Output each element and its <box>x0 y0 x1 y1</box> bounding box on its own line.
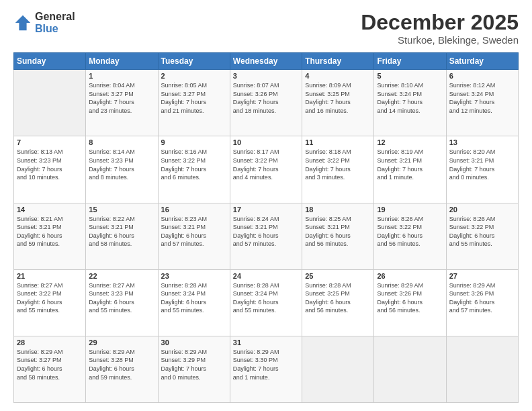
table-cell: 13Sunrise: 8:20 AM Sunset: 3:21 PM Dayli… <box>446 136 518 203</box>
calendar-header-row: Sunday Monday Tuesday Wednesday Thursday… <box>14 53 519 70</box>
day-info: Sunrise: 8:05 AM Sunset: 3:27 PM Dayligh… <box>161 81 227 115</box>
logo-text: General Blue <box>35 11 75 34</box>
header: General Blue December 2025 Sturkoe, Blek… <box>13 11 519 46</box>
day-number: 10 <box>233 138 299 146</box>
day-number: 5 <box>377 72 443 80</box>
day-number: 16 <box>161 205 227 214</box>
table-cell: 27Sunrise: 8:29 AM Sunset: 3:26 PM Dayli… <box>446 269 518 336</box>
table-cell: 14Sunrise: 8:21 AM Sunset: 3:21 PM Dayli… <box>14 203 86 269</box>
day-info: Sunrise: 8:14 AM Sunset: 3:23 PM Dayligh… <box>89 148 154 181</box>
day-number: 19 <box>377 205 443 214</box>
day-info: Sunrise: 8:29 AM Sunset: 3:27 PM Dayligh… <box>17 348 83 381</box>
day-info: Sunrise: 8:10 AM Sunset: 3:24 PM Dayligh… <box>377 81 443 115</box>
day-info: Sunrise: 8:25 AM Sunset: 3:21 PM Dayligh… <box>305 215 371 248</box>
day-number: 14 <box>17 205 83 214</box>
week-row-2: 7Sunrise: 8:13 AM Sunset: 3:23 PM Daylig… <box>14 136 519 203</box>
month-title: December 2025 <box>361 11 519 34</box>
logo-general: General <box>35 11 75 23</box>
table-cell: 25Sunrise: 8:28 AM Sunset: 3:25 PM Dayli… <box>302 269 374 336</box>
day-number: 31 <box>233 338 299 347</box>
day-number: 7 <box>17 138 83 146</box>
table-cell: 15Sunrise: 8:22 AM Sunset: 3:21 PM Dayli… <box>86 203 158 269</box>
table-cell <box>374 336 446 402</box>
table-cell: 31Sunrise: 8:29 AM Sunset: 3:30 PM Dayli… <box>230 336 302 402</box>
table-cell: 7Sunrise: 8:13 AM Sunset: 3:23 PM Daylig… <box>14 136 86 203</box>
day-number: 25 <box>305 272 371 280</box>
day-number: 28 <box>17 338 83 347</box>
table-cell: 5Sunrise: 8:10 AM Sunset: 3:24 PM Daylig… <box>374 70 446 136</box>
table-cell <box>302 336 374 402</box>
col-thursday: Thursday <box>302 53 374 70</box>
col-wednesday: Wednesday <box>230 53 302 70</box>
day-info: Sunrise: 8:13 AM Sunset: 3:23 PM Dayligh… <box>17 148 83 181</box>
table-cell: 8Sunrise: 8:14 AM Sunset: 3:23 PM Daylig… <box>86 136 158 203</box>
day-number: 8 <box>89 138 154 146</box>
day-info: Sunrise: 8:26 AM Sunset: 3:22 PM Dayligh… <box>377 215 443 248</box>
table-cell: 28Sunrise: 8:29 AM Sunset: 3:27 PM Dayli… <box>14 336 86 402</box>
logo-blue: Blue <box>35 23 75 35</box>
day-number: 20 <box>449 205 515 214</box>
logo: General Blue <box>13 11 75 34</box>
day-info: Sunrise: 8:28 AM Sunset: 3:24 PM Dayligh… <box>161 281 227 315</box>
day-number: 12 <box>377 138 443 146</box>
day-info: Sunrise: 8:28 AM Sunset: 3:24 PM Dayligh… <box>233 281 299 315</box>
day-number: 13 <box>449 138 515 146</box>
col-sunday: Sunday <box>14 53 86 70</box>
day-info: Sunrise: 8:26 AM Sunset: 3:22 PM Dayligh… <box>449 215 515 248</box>
title-block: December 2025 Sturkoe, Blekinge, Sweden <box>361 11 519 46</box>
table-cell: 6Sunrise: 8:12 AM Sunset: 3:24 PM Daylig… <box>446 70 518 136</box>
logo-icon <box>13 13 32 32</box>
day-number: 1 <box>89 72 154 80</box>
day-number: 4 <box>305 72 371 80</box>
day-info: Sunrise: 8:04 AM Sunset: 3:27 PM Dayligh… <box>89 81 154 115</box>
location-subtitle: Sturkoe, Blekinge, Sweden <box>361 34 519 46</box>
week-row-5: 28Sunrise: 8:29 AM Sunset: 3:27 PM Dayli… <box>14 336 519 402</box>
day-info: Sunrise: 8:19 AM Sunset: 3:21 PM Dayligh… <box>377 148 443 181</box>
day-number: 3 <box>233 72 299 80</box>
day-number: 26 <box>377 272 443 280</box>
col-saturday: Saturday <box>446 53 518 70</box>
day-info: Sunrise: 8:29 AM Sunset: 3:26 PM Dayligh… <box>449 281 515 315</box>
day-info: Sunrise: 8:24 AM Sunset: 3:21 PM Dayligh… <box>233 215 299 248</box>
table-cell: 9Sunrise: 8:16 AM Sunset: 3:22 PM Daylig… <box>158 136 230 203</box>
day-info: Sunrise: 8:29 AM Sunset: 3:29 PM Dayligh… <box>161 348 227 381</box>
day-info: Sunrise: 8:12 AM Sunset: 3:24 PM Dayligh… <box>449 81 515 115</box>
table-cell: 20Sunrise: 8:26 AM Sunset: 3:22 PM Dayli… <box>446 203 518 269</box>
day-number: 2 <box>161 72 227 80</box>
table-cell: 16Sunrise: 8:23 AM Sunset: 3:21 PM Dayli… <box>158 203 230 269</box>
col-monday: Monday <box>86 53 158 70</box>
table-cell: 30Sunrise: 8:29 AM Sunset: 3:29 PM Dayli… <box>158 336 230 402</box>
table-cell: 22Sunrise: 8:27 AM Sunset: 3:23 PM Dayli… <box>86 269 158 336</box>
day-info: Sunrise: 8:29 AM Sunset: 3:26 PM Dayligh… <box>377 281 443 315</box>
calendar: Sunday Monday Tuesday Wednesday Thursday… <box>13 52 519 403</box>
table-cell: 3Sunrise: 8:07 AM Sunset: 3:26 PM Daylig… <box>230 70 302 136</box>
table-cell: 2Sunrise: 8:05 AM Sunset: 3:27 PM Daylig… <box>158 70 230 136</box>
week-row-4: 21Sunrise: 8:27 AM Sunset: 3:22 PM Dayli… <box>14 269 519 336</box>
table-cell: 26Sunrise: 8:29 AM Sunset: 3:26 PM Dayli… <box>374 269 446 336</box>
day-number: 27 <box>449 272 515 280</box>
day-info: Sunrise: 8:09 AM Sunset: 3:25 PM Dayligh… <box>305 81 371 115</box>
table-cell: 21Sunrise: 8:27 AM Sunset: 3:22 PM Dayli… <box>14 269 86 336</box>
day-number: 11 <box>305 138 371 146</box>
col-tuesday: Tuesday <box>158 53 230 70</box>
table-cell: 12Sunrise: 8:19 AM Sunset: 3:21 PM Dayli… <box>374 136 446 203</box>
day-info: Sunrise: 8:27 AM Sunset: 3:22 PM Dayligh… <box>17 281 83 315</box>
day-info: Sunrise: 8:17 AM Sunset: 3:22 PM Dayligh… <box>233 148 299 181</box>
day-number: 6 <box>449 72 515 80</box>
day-number: 22 <box>89 272 154 280</box>
table-cell: 24Sunrise: 8:28 AM Sunset: 3:24 PM Dayli… <box>230 269 302 336</box>
table-cell <box>14 70 86 136</box>
week-row-3: 14Sunrise: 8:21 AM Sunset: 3:21 PM Dayli… <box>14 203 519 269</box>
table-cell: 1Sunrise: 8:04 AM Sunset: 3:27 PM Daylig… <box>86 70 158 136</box>
day-info: Sunrise: 8:20 AM Sunset: 3:21 PM Dayligh… <box>449 148 515 181</box>
day-info: Sunrise: 8:22 AM Sunset: 3:21 PM Dayligh… <box>89 215 154 248</box>
day-info: Sunrise: 8:29 AM Sunset: 3:28 PM Dayligh… <box>89 348 154 381</box>
day-number: 21 <box>17 272 83 280</box>
day-info: Sunrise: 8:29 AM Sunset: 3:30 PM Dayligh… <box>233 348 299 381</box>
table-cell: 10Sunrise: 8:17 AM Sunset: 3:22 PM Dayli… <box>230 136 302 203</box>
table-cell: 29Sunrise: 8:29 AM Sunset: 3:28 PM Dayli… <box>86 336 158 402</box>
day-number: 9 <box>161 138 227 146</box>
day-info: Sunrise: 8:28 AM Sunset: 3:25 PM Dayligh… <box>305 281 371 315</box>
day-info: Sunrise: 8:18 AM Sunset: 3:22 PM Dayligh… <box>305 148 371 181</box>
day-number: 15 <box>89 205 154 214</box>
